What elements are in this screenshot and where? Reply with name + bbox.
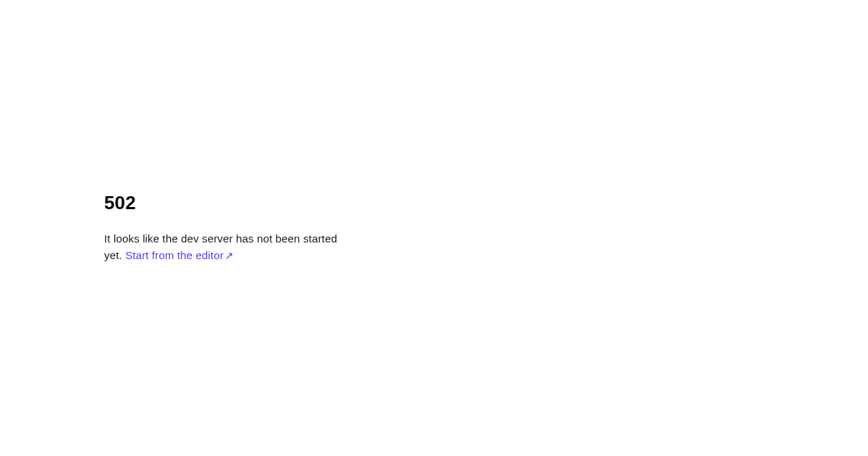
link-text: Start from the editor xyxy=(125,249,224,261)
external-link-icon: ↗ xyxy=(225,248,234,264)
error-container: 502 It looks like the dev server has not… xyxy=(104,192,350,264)
error-message: It looks like the dev server has not bee… xyxy=(104,230,350,264)
error-code: 502 xyxy=(104,192,350,214)
start-from-editor-link[interactable]: Start from the editor↗ xyxy=(125,249,234,261)
